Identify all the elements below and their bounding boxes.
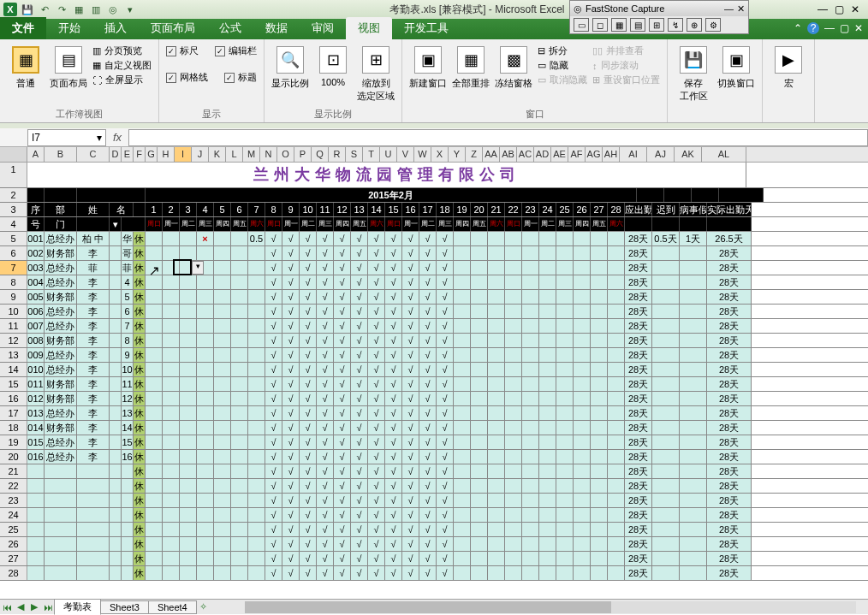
cell[interactable]: 9 [282,203,300,216]
sync-scroll-button[interactable]: ↕同步滚动 [592,59,660,72]
help-icon[interactable]: ? [807,22,819,34]
column-header[interactable]: W [414,147,431,162]
cell[interactable]: √ [419,435,437,449]
cell[interactable]: 28天 [707,523,752,536]
cell[interactable]: 周四 [334,217,351,231]
cell[interactable]: 28天 [625,290,652,304]
cell[interactable] [110,363,122,376]
cell[interactable]: 10 [300,203,317,216]
cell[interactable] [608,334,625,347]
horizontal-scrollbar[interactable] [245,601,856,613]
cell[interactable]: √ [265,464,282,478]
cell[interactable] [539,479,556,493]
cell[interactable]: 14 [368,203,385,216]
cell[interactable]: 17 [419,203,437,216]
cell[interactable]: 财务部 [45,392,77,405]
cell[interactable]: 李 [77,246,110,260]
column-header[interactable]: R [329,147,346,162]
cell[interactable]: √ [334,363,351,376]
cell[interactable]: 28天 [625,450,652,464]
cell[interactable] [574,246,591,260]
name-box[interactable]: I7▾ [27,129,106,146]
cell[interactable] [248,305,265,318]
cell[interactable]: 8 [265,203,282,216]
cell[interactable]: 李 [77,319,110,333]
cell[interactable]: 28天 [707,450,752,464]
cell[interactable] [163,377,180,391]
cell[interactable] [522,246,539,260]
cell[interactable] [680,523,707,536]
cell[interactable] [110,392,122,405]
cell[interactable] [652,392,680,405]
cell[interactable]: √ [385,232,402,245]
cell[interactable]: √ [300,508,317,522]
cell[interactable] [608,450,625,464]
cell[interactable]: 5 [122,290,134,304]
cell[interactable]: 周日 [265,217,282,231]
cell[interactable] [197,421,214,435]
cell[interactable]: √ [300,421,317,435]
column-header[interactable]: AE [551,147,568,162]
cell[interactable]: 总经办 [45,348,77,362]
column-header[interactable]: AB [500,147,517,162]
cell[interactable]: √ [334,319,351,333]
cell[interactable] [591,421,608,435]
cell[interactable] [180,523,197,536]
cell[interactable] [231,479,248,493]
cell[interactable]: √ [351,363,368,376]
cell[interactable] [471,261,488,275]
cell[interactable]: √ [282,261,300,275]
column-header[interactable]: Q [312,147,329,162]
cell[interactable] [505,479,522,493]
row-header[interactable]: 14 [0,363,27,376]
save-icon[interactable]: 💾 [21,3,34,16]
cell[interactable] [471,348,488,362]
cell[interactable] [248,363,265,376]
cell[interactable] [539,246,556,260]
cell[interactable] [214,319,231,333]
cell[interactable]: √ [265,319,282,333]
cell[interactable] [539,552,556,565]
column-header[interactable]: AF [568,147,586,162]
cell[interactable]: √ [419,363,437,376]
cell[interactable]: 李 [77,392,110,405]
cell[interactable] [608,305,625,318]
cell[interactable] [488,552,505,565]
cell[interactable]: 16 [122,450,134,464]
cell[interactable] [214,421,231,435]
cell[interactable] [197,305,214,318]
cell[interactable] [471,305,488,318]
cell[interactable]: 28天 [707,246,752,260]
cell[interactable] [591,406,608,420]
cell[interactable]: 周六 [368,217,385,231]
fs-tool-icon[interactable]: ↯ [668,18,683,32]
cell[interactable]: √ [419,537,437,551]
cell[interactable] [539,435,556,449]
cell[interactable]: √ [334,479,351,493]
cell[interactable] [608,406,625,420]
maximize-icon[interactable]: ▢ [835,3,844,15]
cell[interactable]: √ [402,435,419,449]
cell[interactable] [197,450,214,464]
cell[interactable] [591,377,608,391]
cell[interactable] [522,421,539,435]
cell[interactable] [214,552,231,565]
tab-view[interactable]: 视图 [346,17,392,39]
cell[interactable] [574,232,591,245]
cell[interactable]: √ [317,450,334,464]
fs-tool-icon[interactable]: ⊞ [649,18,664,32]
cell[interactable]: √ [385,566,402,580]
cell[interactable]: √ [282,363,300,376]
cell[interactable]: √ [300,450,317,464]
cell[interactable] [591,305,608,318]
cell[interactable] [574,377,591,391]
cell[interactable]: 28天 [707,275,752,289]
cell[interactable] [488,261,505,275]
cell[interactable] [231,566,248,580]
cell[interactable] [680,290,707,304]
custom-view-button[interactable]: ▦自定义视图 [92,59,152,72]
cell[interactable] [146,377,163,391]
cell[interactable] [652,552,680,565]
column-header[interactable]: P [294,147,312,162]
cell[interactable]: √ [317,537,334,551]
